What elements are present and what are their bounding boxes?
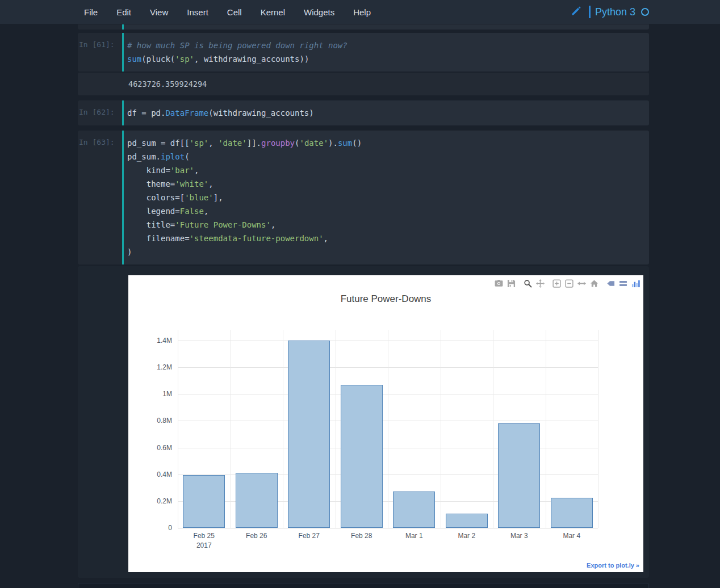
notebook-cell: In [63]:pd_sum = df[['sp', 'date']].grou… <box>78 131 649 578</box>
gridline-v <box>388 330 388 528</box>
gridline-v <box>283 330 283 528</box>
bar[interactable] <box>551 498 593 528</box>
code-line: legend=False, <box>127 204 644 218</box>
code-editor[interactable]: # how much SP is being powered down righ… <box>122 33 649 72</box>
input-prompt: In [62]: <box>78 100 122 125</box>
menu-edit[interactable]: Edit <box>116 7 131 17</box>
autoscale-icon[interactable] <box>577 279 586 288</box>
x-tick-year-label: 2017 <box>178 541 231 549</box>
x-tick-label: Feb 252017 <box>178 532 231 549</box>
gridline-h <box>178 528 598 528</box>
save-icon[interactable] <box>507 279 516 288</box>
code-line: title='Future Power-Downs', <box>127 218 644 232</box>
partial-prompt-column <box>78 24 122 30</box>
partial-code-area <box>122 24 649 30</box>
x-tick-label: Mar 2 <box>441 532 493 540</box>
output-text: 4623726.359924294 <box>128 79 644 89</box>
y-tick-label: 1.2M <box>133 363 172 372</box>
cell-input-row: In [61]:# how much SP is being powered d… <box>78 33 649 72</box>
bar[interactable] <box>393 492 435 528</box>
code-line: colors=['blue'], <box>127 191 644 204</box>
pencil-icon <box>571 6 581 19</box>
y-tick-label: 1M <box>133 389 172 398</box>
reset-axes-icon[interactable] <box>590 279 598 288</box>
plotly-modebar <box>493 279 641 288</box>
notebook-cell: In [62]:df = pd.DataFrame(withdrawing_ac… <box>78 100 649 125</box>
plot-area: 00.2M0.4M0.6M0.8M1M1.2M1.4MFeb 252017Feb… <box>178 330 598 528</box>
code-line: kind='bar', <box>127 163 644 177</box>
y-tick-label: 0.4M <box>133 470 172 479</box>
zoom-in-icon[interactable] <box>552 279 561 288</box>
bar[interactable] <box>341 385 383 528</box>
cell-list: In [61]:# how much SP is being powered d… <box>78 33 649 578</box>
y-tick-label: 0.2M <box>133 497 172 506</box>
zoom-icon[interactable] <box>524 279 532 288</box>
x-tick-label: Feb 28 <box>336 532 388 540</box>
camera-icon[interactable] <box>495 279 503 288</box>
layers-icon[interactable] <box>619 279 627 288</box>
chart-title: Future Power-Downs <box>128 293 643 305</box>
plotly-chart: Future Power-Downs00.2M0.4M0.6M0.8M1M1.2… <box>128 275 643 572</box>
code-line: df = pd.DataFrame(withdrawing_accounts) <box>127 106 644 120</box>
bar[interactable] <box>288 341 330 528</box>
menu-kernel[interactable]: Kernel <box>261 7 285 17</box>
bar[interactable] <box>183 475 225 528</box>
code-editor[interactable]: df = pd.DataFrame(withdrawing_accounts) <box>122 100 649 125</box>
gridline-v <box>598 330 598 528</box>
code-line: # how much SP is being powered down righ… <box>127 39 644 52</box>
cell-input-row: In [62]:df = pd.DataFrame(withdrawing_ac… <box>78 100 649 125</box>
bar[interactable] <box>236 473 278 528</box>
x-tick-label: Mar 1 <box>388 532 441 540</box>
x-tick-label: Mar 3 <box>493 532 546 540</box>
kernel-separator <box>589 6 591 18</box>
gridline-v <box>493 330 493 528</box>
partial-cell-bottom <box>78 583 649 588</box>
modebar-group <box>605 279 641 288</box>
input-prompt: In [61]: <box>78 33 122 72</box>
modebar-group <box>522 279 546 288</box>
code-editor[interactable]: pd_sum = df[['sp', 'date']].groupby('dat… <box>122 131 649 264</box>
kernel-idle-circle-icon <box>641 8 649 16</box>
cloud-upload-icon[interactable] <box>606 279 615 288</box>
y-tick-label: 1.4M <box>133 336 172 345</box>
code-line: sum(pluck('sp', withdrawing_accounts)) <box>127 52 644 66</box>
kernel-name: Python 3 <box>595 6 635 18</box>
plotly-logo-icon[interactable] <box>631 279 640 288</box>
code-line: pd_sum = df[['sp', 'date']].groupby('dat… <box>127 136 644 150</box>
menu-cell[interactable]: Cell <box>227 7 242 17</box>
y-tick-label: 0.8M <box>133 416 172 425</box>
partial-cell-top <box>78 24 649 30</box>
input-prompt: In [63]: <box>78 131 122 264</box>
export-to-plotly-link[interactable]: Export to plot.ly » <box>587 562 639 569</box>
modebar-group <box>493 279 517 288</box>
notebook: In [61]:# how much SP is being powered d… <box>78 24 649 588</box>
code-line: pd_sum.iplot( <box>127 150 644 163</box>
modebar-group <box>551 279 600 288</box>
x-tick-label: Mar 4 <box>546 532 598 540</box>
menu-help[interactable]: Help <box>353 7 371 17</box>
x-tick-label: Feb 27 <box>283 532 336 540</box>
menu-widgets[interactable]: Widgets <box>304 7 334 17</box>
y-tick-label: 0 <box>133 523 172 532</box>
notebook-cell: In [61]:# how much SP is being powered d… <box>78 33 649 95</box>
kernel-indicator-area: Python 3 <box>571 6 649 19</box>
pan-icon[interactable] <box>536 279 545 288</box>
menu-view[interactable]: View <box>150 7 168 17</box>
menubar-items: FileEditViewInsertCellKernelWidgetsHelp <box>84 7 371 17</box>
gridline-v <box>546 330 546 528</box>
cell-output-chart: Future Power-Downs00.2M0.4M0.6M0.8M1M1.2… <box>78 266 649 578</box>
gridline-v <box>336 330 336 528</box>
code-line: filename='steemdata-future-powerdown', <box>127 232 644 245</box>
code-line: ) <box>127 245 644 259</box>
bar[interactable] <box>498 423 540 528</box>
cell-output: 4623726.359924294 <box>78 73 649 95</box>
cell-input-row: In [63]:pd_sum = df[['sp', 'date']].grou… <box>78 131 649 264</box>
zoom-out-icon[interactable] <box>565 279 574 288</box>
bar[interactable] <box>446 514 488 528</box>
gridline-v <box>441 330 441 528</box>
code-line: theme='white', <box>127 177 644 191</box>
gridline-v <box>231 330 231 528</box>
menu-file[interactable]: File <box>84 7 98 17</box>
gridline-v <box>178 330 178 528</box>
menu-insert[interactable]: Insert <box>187 7 208 17</box>
